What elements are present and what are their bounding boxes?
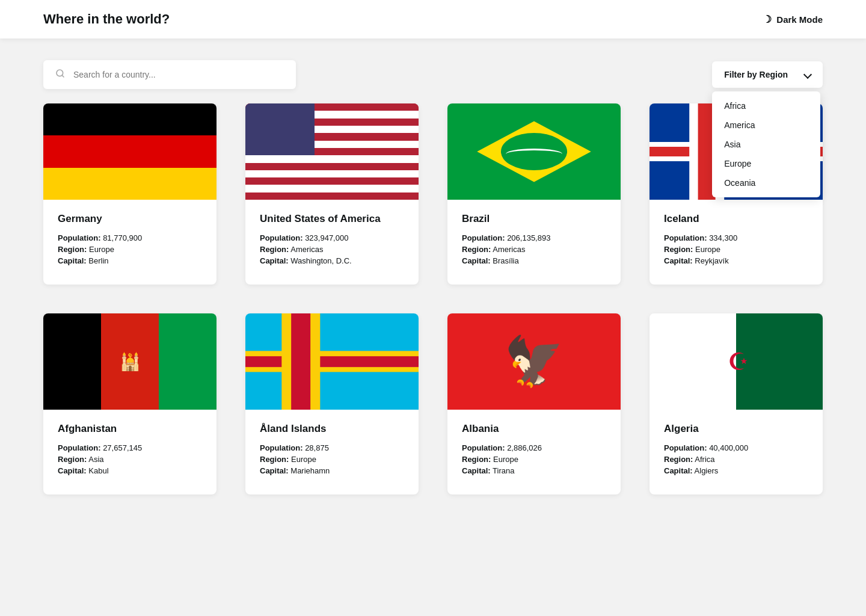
country-population: Population: 40,400,000: [664, 443, 808, 452]
country-card[interactable]: United States of America Population: 323…: [245, 103, 419, 285]
dropdown-item-america[interactable]: America: [712, 116, 820, 135]
dropdown-item-europe[interactable]: Europe: [712, 154, 820, 173]
country-region: Region: Americas: [462, 245, 606, 254]
country-region: Region: Europe: [58, 245, 202, 254]
dark-mode-label: Dark Mode: [776, 14, 823, 25]
card-info: Åland Islands Population: 28,875 Region:…: [245, 410, 419, 494]
country-population: Population: 206,135,893: [462, 233, 606, 242]
card-info: United States of America Population: 323…: [245, 200, 419, 285]
country-card[interactable]: Brazil Population: 206,135,893 Region: A…: [447, 103, 621, 285]
card-info: Afghanistan Population: 27,657,145 Regio…: [43, 410, 216, 494]
card-info: Albania Population: 2,886,026 Region: Eu…: [447, 410, 621, 494]
cards-row-2: 🕌 Afghanistan Population: 27,657,145 Reg…: [0, 313, 866, 523]
card-info: Algeria Population: 40,400,000 Region: A…: [650, 410, 823, 494]
card-info: Brazil Population: 206,135,893 Region: A…: [447, 200, 621, 285]
country-region: Region: Europe: [664, 245, 808, 254]
country-flag: 🦅: [447, 313, 621, 410]
country-card[interactable]: ☪ Algeria Population: 40,400,000 Region:…: [650, 313, 823, 494]
filter-by-region-button[interactable]: Filter by Region: [712, 61, 823, 88]
filter-wrapper: Filter by Region Africa America Asia Eur…: [712, 61, 823, 88]
country-region: Region: Europe: [260, 455, 404, 464]
dropdown-item-oceania[interactable]: Oceania: [712, 173, 820, 192]
country-name: Åland Islands: [260, 423, 404, 435]
country-population: Population: 27,657,145: [58, 443, 202, 452]
country-population: Population: 2,886,026: [462, 443, 606, 452]
app-title: Where in the world?: [43, 11, 170, 27]
app-header: Where in the world? ☽ Dark Mode: [0, 0, 866, 38]
country-name: Algeria: [664, 423, 808, 435]
country-capital: Capital: Reykjavík: [664, 256, 808, 265]
moon-icon: ☽: [763, 13, 772, 26]
country-flag: [245, 313, 419, 410]
country-capital: Capital: Algiers: [664, 466, 808, 475]
country-name: United States of America: [260, 213, 404, 225]
country-capital: Capital: Washington, D.C.: [260, 256, 404, 265]
chevron-down-icon: [803, 70, 812, 79]
region-dropdown: Africa America Asia Europe Oceania: [712, 91, 820, 197]
country-name: Brazil: [462, 213, 606, 225]
card-info: Germany Population: 81,770,900 Region: E…: [43, 200, 216, 285]
country-capital: Capital: Brasília: [462, 256, 606, 265]
country-name: Iceland: [664, 213, 808, 225]
country-capital: Capital: Kabul: [58, 466, 202, 475]
country-population: Population: 28,875: [260, 443, 404, 452]
country-card[interactable]: Åland Islands Population: 28,875 Region:…: [245, 313, 419, 494]
country-capital: Capital: Tirana: [462, 466, 606, 475]
dark-mode-button[interactable]: ☽ Dark Mode: [763, 13, 823, 26]
country-flag: ☪: [650, 313, 823, 410]
svg-line-1: [62, 75, 64, 77]
search-box: [43, 60, 296, 89]
country-flag: [447, 103, 621, 200]
country-name: Germany: [58, 213, 202, 225]
country-population: Population: 81,770,900: [58, 233, 202, 242]
controls-bar: Filter by Region Africa America Asia Eur…: [0, 38, 866, 103]
country-flag: [245, 103, 419, 200]
country-region: Region: Americas: [260, 245, 404, 254]
country-flag: 🕌: [43, 313, 216, 410]
filter-label: Filter by Region: [724, 70, 788, 79]
dropdown-item-asia[interactable]: Asia: [712, 135, 820, 154]
country-card[interactable]: 🕌 Afghanistan Population: 27,657,145 Reg…: [43, 313, 216, 494]
country-population: Population: 323,947,000: [260, 233, 404, 242]
country-flag: [43, 103, 216, 200]
search-input[interactable]: [73, 70, 284, 79]
search-icon: [55, 69, 65, 81]
country-capital: Capital: Berlin: [58, 256, 202, 265]
dropdown-item-africa[interactable]: Africa: [712, 96, 820, 116]
country-card[interactable]: Germany Population: 81,770,900 Region: E…: [43, 103, 216, 285]
country-name: Albania: [462, 423, 606, 435]
country-name: Afghanistan: [58, 423, 202, 435]
country-region: Region: Europe: [462, 455, 606, 464]
country-region: Region: Asia: [58, 455, 202, 464]
country-region: Region: Africa: [664, 455, 808, 464]
card-info: Iceland Population: 334,300 Region: Euro…: [650, 200, 823, 285]
country-card[interactable]: 🦅 Albania Population: 2,886,026 Region: …: [447, 313, 621, 494]
country-capital: Capital: Mariehamn: [260, 466, 404, 475]
country-population: Population: 334,300: [664, 233, 808, 242]
